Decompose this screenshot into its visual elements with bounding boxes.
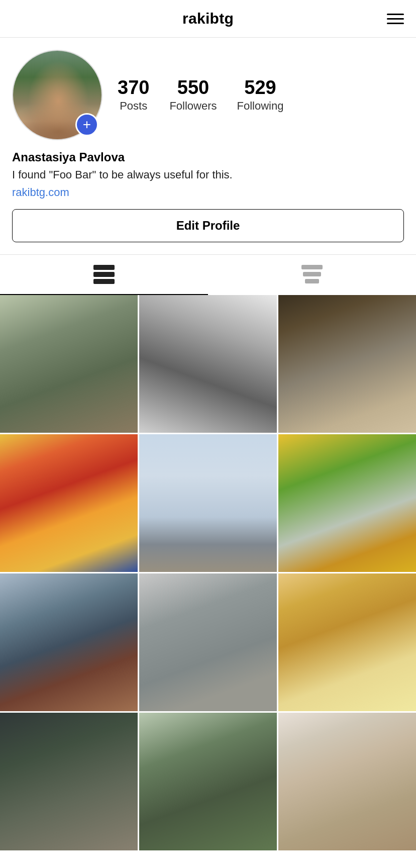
list-item[interactable] (0, 573, 138, 711)
list-item[interactable] (278, 434, 416, 572)
profile-top: + 370 Posts 550 Followers 529 Following (12, 50, 404, 140)
profile-section: + 370 Posts 550 Followers 529 Following … (0, 38, 416, 242)
profile-bio: Anastasiya Pavlova I found "Foo Bar" to … (12, 150, 404, 199)
list-item[interactable] (0, 434, 138, 572)
avatar-container: + (12, 50, 102, 140)
list-item[interactable] (0, 295, 138, 433)
photo-grid (0, 295, 416, 850)
svg-rect-1 (93, 272, 115, 277)
posts-label: Posts (120, 100, 147, 113)
list-item[interactable] (278, 573, 416, 711)
list-item[interactable] (278, 295, 416, 433)
add-story-button[interactable]: + (75, 113, 98, 136)
svg-rect-0 (93, 265, 115, 270)
profile-link[interactable]: rakibtg.com (12, 186, 69, 199)
list-item[interactable] (139, 434, 277, 572)
grid-icon (93, 265, 115, 284)
list-item[interactable] (0, 713, 138, 850)
menu-icon[interactable] (387, 14, 404, 24)
edit-profile-button[interactable]: Edit Profile (12, 209, 404, 242)
svg-rect-5 (305, 279, 319, 283)
stat-followers[interactable]: 550 Followers (169, 77, 217, 113)
following-label: Following (237, 100, 284, 113)
followers-count: 550 (177, 77, 209, 99)
list-item[interactable] (139, 713, 277, 850)
list-item[interactable] (278, 713, 416, 850)
profile-description: I found "Foo Bar" to be always useful fo… (12, 167, 404, 183)
header: rakibtg (0, 0, 416, 38)
tab-reels[interactable] (208, 255, 416, 295)
stat-following[interactable]: 529 Following (237, 77, 284, 113)
tabs-bar (0, 254, 416, 295)
stat-posts[interactable]: 370 Posts (118, 77, 149, 113)
profile-name: Anastasiya Pavlova (12, 150, 404, 164)
tab-grid[interactable] (0, 255, 208, 295)
svg-rect-4 (303, 272, 321, 276)
svg-rect-2 (93, 279, 115, 284)
svg-rect-3 (301, 265, 323, 269)
stats-container: 370 Posts 550 Followers 529 Following (118, 77, 404, 113)
following-count: 529 (244, 77, 276, 99)
list-item[interactable] (139, 573, 277, 711)
username-title: rakibtg (182, 10, 234, 27)
layers-icon (300, 265, 324, 284)
followers-label: Followers (169, 100, 217, 113)
posts-count: 370 (118, 77, 149, 99)
list-item[interactable] (139, 295, 277, 433)
